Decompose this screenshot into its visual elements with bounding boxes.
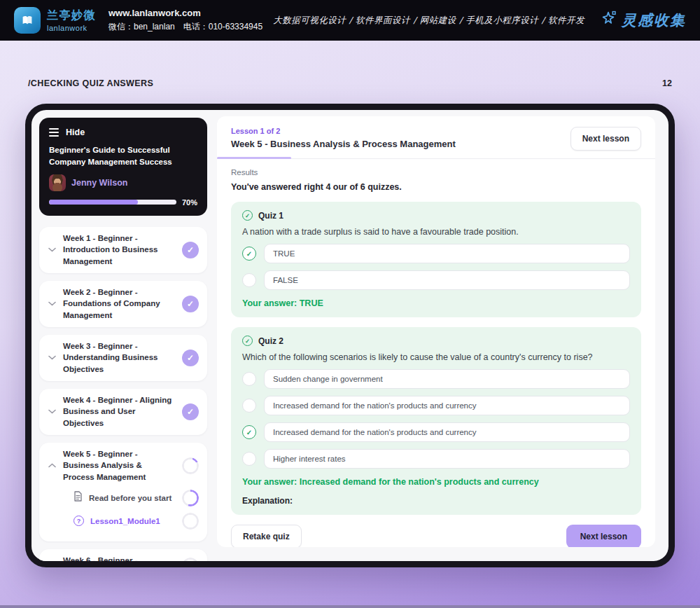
progress-bar <box>49 200 176 205</box>
radio-selected-icon: ✓ <box>242 247 256 261</box>
quiz-2-option-3[interactable]: ✓ Increased demand for the nation's prod… <box>242 422 630 442</box>
page-title: /CHECKING QUIZ ANSWERS <box>28 78 153 88</box>
radio-unselected-icon <box>242 372 256 386</box>
quiz-question-icon: ? <box>74 516 84 526</box>
option-label: FALSE <box>264 270 630 290</box>
brand-name-en: lanlanwork <box>47 24 96 32</box>
sidebar-item-week3[interactable]: Week 3 - Beginner - Understanding Busine… <box>39 335 207 381</box>
agency-banner: 兰亭妙微 lanlanwork www.lanlanwork.com 微信：be… <box>0 0 700 41</box>
hide-label: Hide <box>66 127 85 137</box>
course-title: Beginner's Guide to Successful Company M… <box>49 144 197 169</box>
progress-fill <box>49 200 138 205</box>
progress-ring-icon <box>182 558 199 567</box>
brand: 兰亭妙微 lanlanwork <box>14 7 96 34</box>
quiz-correct-icon: ✓ <box>242 210 253 221</box>
option-label: Higher interest rates <box>264 449 630 469</box>
tab-divider <box>217 158 655 159</box>
quiz-2-option-4[interactable]: Higher interest rates <box>242 449 630 469</box>
progress-ring-icon <box>182 490 199 506</box>
user-name: Jenny Wilson <box>71 178 127 188</box>
week-label: Week 1 - Beginner - Introduction to Busi… <box>63 233 175 268</box>
completed-check-icon: ✓ <box>182 296 199 312</box>
quiz-title: Quiz 1 <box>258 211 284 221</box>
option-label: Increased demand for the nation's produc… <box>264 396 630 415</box>
retake-quiz-button[interactable]: Retake quiz <box>231 525 302 547</box>
chevron-down-icon <box>48 564 56 567</box>
chevron-down-icon <box>48 409 56 414</box>
sidebar-subitem-read-before[interactable]: Read before you start <box>74 490 199 506</box>
chevron-down-icon <box>48 247 56 252</box>
progress-ring-icon <box>182 513 199 530</box>
sidebar-item-week5-expanded[interactable]: Week 5 - Beginner - Business Analysis & … <box>39 443 207 541</box>
lesson-count-label: Lesson 1 of 2 <box>231 127 456 135</box>
chevron-down-icon <box>48 355 56 360</box>
completed-check-icon: ✓ <box>182 403 199 420</box>
quiz-title: Quiz 2 <box>258 336 284 346</box>
radio-unselected-icon <box>242 273 256 287</box>
option-label: TRUE <box>264 244 630 263</box>
week-label: Week 2 - Beginner - Foundations of Compa… <box>63 286 175 322</box>
course-sidebar: Hide Beginner's Guide to Successful Comp… <box>39 118 207 567</box>
quiz-1-header: ✓ Quiz 1 <box>242 210 630 221</box>
explanation-label: Explanation: <box>242 496 630 506</box>
week-label: Week 5 - Beginner - Business Analysis & … <box>63 448 175 483</box>
quiz-2-header: ✓ Quiz 2 <box>242 336 630 346</box>
results-label: Results <box>231 168 641 177</box>
chevron-up-icon <box>48 463 56 468</box>
active-tab-indicator <box>217 157 291 159</box>
lanlanwork-logo-icon <box>14 7 41 34</box>
your-answer-text: Your answer: TRUE <box>242 298 630 308</box>
collection-logo: 灵感收集 <box>600 10 686 31</box>
quiz-1-option-2[interactable]: FALSE <box>242 270 630 290</box>
completed-check-icon: ✓ <box>182 242 199 258</box>
brand-name-cn: 兰亭妙微 <box>47 8 96 23</box>
completed-check-icon: ✓ <box>182 350 199 366</box>
document-icon <box>74 491 83 504</box>
user-row: Jenny Wilson <box>49 174 197 191</box>
quiz-correct-icon: ✓ <box>242 336 253 346</box>
quiz-2-option-1[interactable]: Sudden change in government <box>242 369 630 389</box>
lesson-heading: Lesson 1 of 2 Week 5 - Business Analysis… <box>231 127 456 149</box>
week-label: Week 6 - Beginner - Strategies for Succe… <box>63 555 175 567</box>
sidebar-item-week4[interactable]: Week 4 - Beginner - Aligning Business an… <box>39 389 207 435</box>
contact-block: www.lanlanwork.com 微信：ben_lanlan 电话：010-… <box>108 8 262 33</box>
quiz-1-option-1[interactable]: ✓ TRUE <box>242 244 630 263</box>
contact-line: 微信：ben_lanlan 电话：010-63334945 <box>108 21 262 33</box>
progress-percent: 70% <box>182 198 197 207</box>
sidebar-item-week2[interactable]: Week 2 - Beginner - Foundations of Compa… <box>39 281 207 327</box>
caption-row: /CHECKING QUIZ ANSWERS 12 <box>28 78 672 88</box>
week-list: Week 1 - Beginner - Introduction to Busi… <box>39 227 207 568</box>
progress-ring-icon <box>182 457 199 474</box>
your-answer-text: Your answer: Increased demand for the na… <box>242 477 630 487</box>
week-label: Week 4 - Beginner - Aligning Business an… <box>63 394 175 429</box>
sidebar-subitem-lesson1-module1[interactable]: ? Lesson1_Module1 <box>74 513 199 530</box>
services-list: 大数据可视化设计 / 软件界面设计 / 网站建设 / 手机及小程序设计 / 软件… <box>273 15 584 27</box>
page-number: 12 <box>662 78 672 88</box>
sidebar-item-week1[interactable]: Week 1 - Beginner - Introduction to Busi… <box>39 227 207 273</box>
sidebar-item-week6[interactable]: Week 6 - Beginner - Strategies for Succe… <box>39 549 207 567</box>
lesson-title: Week 5 - Business Analysis & Process Man… <box>231 139 456 149</box>
results-section: Results You've answered right 4 our of 6… <box>217 159 655 547</box>
next-lesson-top-button[interactable]: Next lesson <box>570 127 641 151</box>
course-header-card: Hide Beginner's Guide to Successful Comp… <box>39 118 207 216</box>
course-progress: 70% <box>49 198 197 207</box>
sparkle-star-icon <box>600 10 617 31</box>
bottom-edge-strip <box>0 605 700 608</box>
next-lesson-bottom-button[interactable]: Next lesson <box>566 525 641 547</box>
radio-unselected-icon <box>242 452 256 466</box>
quiz-card-2: ✓ Quiz 2 Which of the following scenario… <box>231 327 641 515</box>
option-label: Increased demand for the nation's produc… <box>264 422 630 442</box>
collection-logo-text: 灵感收集 <box>622 11 686 30</box>
quiz-card-1: ✓ Quiz 1 A nation with a trade surplus i… <box>231 202 641 317</box>
quiz-2-option-2[interactable]: Increased demand for the nation's produc… <box>242 396 630 415</box>
subitem-label: Read before you start <box>89 494 176 502</box>
quiz-footer: Retake quiz Next lesson <box>231 525 641 547</box>
website-url: www.lanlanwork.com <box>108 8 262 18</box>
option-label: Sudden change in government <box>264 369 630 389</box>
quiz-question: A nation with a trade surplus is said to… <box>242 227 630 237</box>
hide-button[interactable]: Hide <box>49 126 197 139</box>
radio-unselected-icon <box>242 399 256 413</box>
avatar <box>49 174 66 191</box>
week-label: Week 3 - Beginner - Understanding Busine… <box>63 340 175 375</box>
chevron-down-icon <box>48 301 56 306</box>
